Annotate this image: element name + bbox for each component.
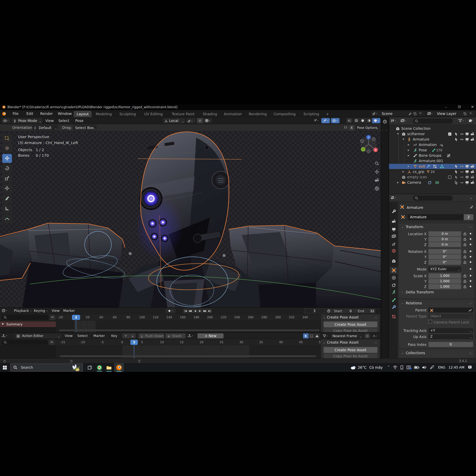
toggle-eye-icon[interactable] xyxy=(460,175,464,179)
menu-render[interactable]: Render xyxy=(37,110,56,117)
animate-dot[interactable] xyxy=(470,251,471,252)
workspace-tab-layout[interactable]: Layout xyxy=(74,111,92,117)
workspace-tab-compositing[interactable]: Compositing xyxy=(271,111,298,117)
menu-edit[interactable]: Edit xyxy=(23,110,36,117)
value-field[interactable]: 0° xyxy=(428,254,461,259)
value-field[interactable]: 0° xyxy=(428,249,461,254)
workspace-tab-rendering[interactable]: Rendering xyxy=(246,111,270,117)
viewport-menu-view[interactable]: View xyxy=(45,119,54,123)
mirror-x-toggle[interactable]: X xyxy=(349,125,354,130)
snap-settings-dropdown[interactable] xyxy=(204,118,212,123)
blender-app-icon[interactable] xyxy=(114,363,124,372)
viewport-menu-select[interactable]: Select xyxy=(58,119,69,123)
workspace-tab-shading[interactable]: Shading xyxy=(200,111,220,117)
toggle-arrow-icon[interactable] xyxy=(454,132,458,136)
value-field[interactable]: 0° xyxy=(428,260,461,265)
properties-tab-render[interactable] xyxy=(390,218,398,225)
properties-tab-object[interactable] xyxy=(390,267,398,274)
playback-next-key-button[interactable]: ◆▶ xyxy=(203,308,207,313)
action-menu-view[interactable]: View xyxy=(65,334,73,338)
toggle-eye-icon[interactable] xyxy=(460,181,464,185)
toggle-arrow-icon[interactable] xyxy=(454,170,458,174)
lock-icon[interactable] xyxy=(463,242,467,246)
strip-chevron-right[interactable]: › xyxy=(386,129,389,132)
value-field[interactable]: 1.000 xyxy=(428,279,461,284)
action-scrollbar[interactable] xyxy=(60,355,316,357)
box-select-tool-button[interactable] xyxy=(309,333,314,339)
toggle-camera-icon[interactable] xyxy=(470,164,475,169)
tray-expand-chevron[interactable]: ⌃ xyxy=(387,365,390,370)
dopesheet-type-button[interactable] xyxy=(1,334,7,339)
properties-tab-constraints[interactable] xyxy=(390,282,398,289)
workspace-tab-modeling[interactable]: Modeling xyxy=(93,111,115,117)
collections-panel[interactable]: ⌄Collections xyxy=(399,350,474,358)
animate-dot[interactable] xyxy=(470,275,471,276)
lock-icon[interactable] xyxy=(463,260,467,264)
rotate-tool[interactable] xyxy=(2,164,12,173)
move-channel-up-button[interactable]: ▲ xyxy=(129,333,136,339)
action-frame-pill[interactable]: 3 xyxy=(130,340,138,345)
transform-tool[interactable] xyxy=(2,184,12,193)
lock-icon[interactable] xyxy=(463,285,467,289)
push-down-button[interactable]: Push Down xyxy=(138,333,164,339)
orientation-dropdown[interactable]: Default xyxy=(32,125,58,130)
outliner-row[interactable]: Armature.001 xyxy=(389,158,476,164)
toggle-camera-icon[interactable] xyxy=(470,170,475,174)
playback-play-button[interactable]: ▶ xyxy=(198,308,202,313)
animate-dot[interactable] xyxy=(470,286,471,287)
lock-icon[interactable] xyxy=(463,255,467,259)
toggle-monitor-icon[interactable] xyxy=(465,175,469,179)
menu-file[interactable]: File xyxy=(10,110,22,117)
properties-tab-collection[interactable] xyxy=(390,257,398,265)
timeline-search[interactable] xyxy=(1,315,49,320)
task-view-button[interactable] xyxy=(87,365,93,370)
properties-tab-view-layer[interactable] xyxy=(390,233,398,240)
proportional-edit-button[interactable] xyxy=(364,333,370,339)
object-name-field[interactable]: Armature xyxy=(408,214,463,220)
outliner-row[interactable]: ▶Animation xyxy=(389,142,476,147)
toggle-eye-icon[interactable] xyxy=(460,164,464,169)
pass-index-field[interactable]: 0 xyxy=(428,342,473,347)
playback-jump-start-button[interactable]: |◀ xyxy=(183,308,188,313)
properties-tab-data[interactable] xyxy=(390,289,398,296)
outliner-search[interactable] xyxy=(413,119,453,124)
toggle-monitor-icon[interactable] xyxy=(465,132,469,136)
drag-dropdown[interactable]: Select Box xyxy=(73,125,97,130)
copy-pose-as-asset-button[interactable]: Copy Pose As Asset xyxy=(323,354,377,358)
collection-checkbox[interactable]: ✓ xyxy=(448,132,451,136)
toggle-monitor-icon[interactable] xyxy=(465,137,469,141)
editor-type-button[interactable] xyxy=(1,118,10,123)
onedrive-sync-icon[interactable] xyxy=(406,365,412,370)
camera-parent-lock-checkbox[interactable] xyxy=(428,320,432,323)
object-type-icon[interactable] xyxy=(399,214,408,220)
menu-window[interactable]: Window xyxy=(55,110,75,117)
properties-tab-world[interactable] xyxy=(390,247,398,254)
toggle-camera-icon[interactable] xyxy=(470,132,475,136)
close-button[interactable]: ✕ xyxy=(470,104,475,110)
notification-icon[interactable] xyxy=(467,365,473,370)
select-box-tool[interactable] xyxy=(2,134,12,143)
properties-type-button[interactable] xyxy=(391,196,396,201)
object-visibility-dropdown[interactable] xyxy=(312,118,320,123)
properties-tab-texture[interactable] xyxy=(390,313,398,320)
auto-key-button[interactable] xyxy=(165,308,175,313)
pose-options-dropdown[interactable]: Pose Options xyxy=(356,125,379,130)
toggle-monitor-icon[interactable] xyxy=(465,164,469,169)
frame-range-group[interactable]: Start0|End32 xyxy=(326,308,375,313)
properties-search[interactable] xyxy=(413,195,453,201)
outliner-row[interactable]: ▶Pose170 xyxy=(389,148,476,153)
lock-icon[interactable] xyxy=(463,232,467,236)
toggle-arrow-icon[interactable] xyxy=(454,137,458,141)
copy-pose-as-asset-button[interactable]: Copy Pose As Asset xyxy=(323,328,377,333)
outliner-filter-button[interactable] xyxy=(458,119,464,123)
workspace-tab-scripting[interactable]: Scripting xyxy=(299,111,323,117)
properties-tab-bone[interactable] xyxy=(390,297,398,304)
mode-dropdown[interactable]: Pose Mode xyxy=(12,118,42,123)
workspace-tab-uvediting[interactable]: UV Editing xyxy=(141,111,166,117)
new-action-button[interactable]: + New xyxy=(197,333,223,339)
toggle-arrow-icon[interactable] xyxy=(454,164,458,169)
shading-wireframe-button[interactable] xyxy=(353,118,359,123)
playback-prev-key-button[interactable]: ◀◆ xyxy=(188,308,193,313)
outliner-type-button[interactable] xyxy=(391,119,396,123)
pose-breakdowner-tool[interactable] xyxy=(2,214,12,223)
